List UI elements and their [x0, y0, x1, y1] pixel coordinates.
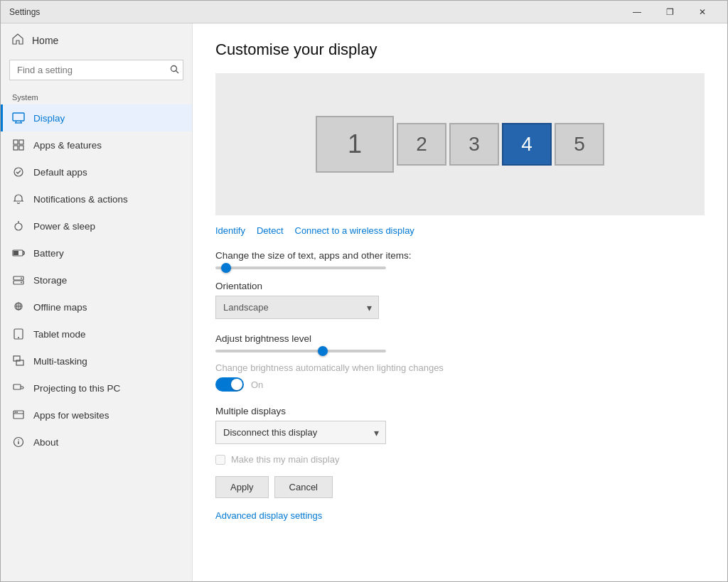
sidebar-item-multitasking-label: Multi-tasking — [33, 356, 87, 367]
auto-brightness-toggle-label: On — [251, 379, 263, 390]
sidebar-item-about-label: About — [33, 437, 58, 448]
about-icon — [12, 436, 25, 448]
minimize-button[interactable]: — — [621, 1, 653, 23]
advanced-display-settings-link[interactable]: Advanced display settings — [215, 510, 322, 521]
monitor-4[interactable]: 4 — [502, 123, 552, 166]
sidebar-item-home[interactable]: Home — [1, 23, 192, 57]
sidebar-item-multitasking[interactable]: Multi-tasking — [1, 347, 192, 374]
titlebar-controls: — ❐ ✕ — [621, 1, 719, 23]
tablet-icon — [12, 328, 25, 340]
notifications-icon — [12, 193, 25, 205]
content-area: Home System — [1, 23, 727, 581]
detect-link[interactable]: Detect — [257, 225, 284, 236]
monitor-5-number: 5 — [574, 133, 585, 156]
window-title: Settings — [9, 7, 40, 17]
settings-window: Settings — ❐ ✕ Home — [0, 0, 728, 582]
orientation-label: Orientation — [215, 281, 705, 291]
storage-icon — [12, 274, 25, 286]
main-display-row: Make this my main display — [215, 454, 705, 465]
power-icon — [12, 220, 25, 232]
sidebar-item-tablet-label: Tablet mode — [33, 329, 86, 340]
sidebar: Home System — [1, 23, 193, 581]
home-label: Home — [32, 35, 58, 46]
sidebar-item-default-apps[interactable]: Default apps — [1, 158, 192, 185]
text-size-slider-track[interactable] — [215, 266, 386, 269]
toggle-row: On — [215, 377, 705, 392]
monitor-2-number: 2 — [416, 133, 427, 156]
brightness-label: Adjust brightness level — [215, 333, 705, 344]
system-section-label: System — [1, 86, 192, 104]
connect-wireless-link[interactable]: Connect to a wireless display — [295, 225, 414, 236]
orientation-section: Orientation Landscape Portrait Landscape… — [215, 281, 705, 319]
auto-brightness-toggle[interactable] — [215, 377, 244, 392]
search-box — [9, 60, 183, 80]
auto-brightness-section: Change brightness automatically when lig… — [215, 362, 705, 392]
sidebar-item-storage[interactable]: Storage — [1, 266, 192, 293]
identify-link[interactable]: Identify — [215, 225, 245, 236]
brightness-section: Adjust brightness level — [215, 333, 705, 352]
sidebar-item-projecting-label: Projecting to this PC — [33, 383, 120, 394]
sidebar-item-battery[interactable]: Battery — [1, 239, 192, 266]
sidebar-item-apps-websites[interactable]: Apps for websites — [1, 402, 192, 429]
sidebar-item-default-apps-label: Default apps — [33, 167, 87, 178]
sidebar-item-notifications[interactable]: Notifications & actions — [1, 185, 192, 212]
display-icon — [12, 112, 25, 124]
monitor-5[interactable]: 5 — [555, 123, 604, 166]
display-links: Identify Detect Connect to a wireless di… — [215, 225, 705, 236]
sidebar-item-apps-features-label: Apps & features — [33, 140, 102, 151]
sidebar-item-battery-label: Battery — [33, 248, 64, 259]
sidebar-item-power-sleep[interactable]: Power & sleep — [1, 212, 192, 239]
sidebar-item-display-label: Display — [33, 113, 65, 124]
sidebar-item-storage-label: Storage — [33, 275, 67, 286]
sidebar-item-apps-features[interactable]: Apps & features — [1, 131, 192, 158]
orientation-select[interactable]: Landscape Portrait Landscape (flipped) P… — [215, 296, 379, 319]
home-icon — [12, 33, 23, 47]
buttons-row: Apply Cancel — [215, 476, 705, 498]
svg-rect-14 — [14, 251, 18, 255]
text-size-slider-thumb[interactable] — [221, 263, 231, 273]
sidebar-item-tablet-mode[interactable]: Tablet mode — [1, 320, 192, 347]
multiple-displays-label: Multiple displays — [215, 406, 705, 416]
sidebar-item-notifications-label: Notifications & actions — [33, 194, 128, 205]
display-preview-area: 1 2 3 4 5 — [215, 73, 705, 215]
monitor-1[interactable]: 1 — [316, 116, 394, 173]
orientation-select-wrapper: Landscape Portrait Landscape (flipped) P… — [215, 296, 379, 319]
multiple-displays-section: Multiple displays Disconnect this displa… — [215, 406, 705, 444]
multitasking-icon — [12, 355, 25, 367]
monitor-3-number: 3 — [469, 133, 480, 156]
monitor-2[interactable]: 2 — [397, 123, 446, 166]
sidebar-item-projecting[interactable]: Projecting to this PC — [1, 374, 192, 402]
svg-point-31 — [15, 411, 16, 413]
sidebar-item-offline-maps-label: Offline maps — [33, 302, 87, 313]
main-content: Customise your display 1 2 3 4 — [193, 23, 727, 581]
monitors-row: 1 2 3 4 5 — [316, 116, 604, 173]
apply-button[interactable]: Apply — [215, 476, 269, 498]
svg-line-1 — [176, 70, 179, 73]
sidebar-item-display[interactable]: Display — [1, 104, 192, 131]
monitor-1-number: 1 — [348, 129, 362, 159]
multiple-displays-select[interactable]: Disconnect this display Duplicate these … — [215, 421, 386, 444]
svg-point-0 — [171, 65, 177, 71]
main-display-checkbox[interactable] — [215, 455, 225, 465]
search-input[interactable] — [9, 60, 183, 80]
sidebar-item-about[interactable]: About — [1, 429, 192, 456]
titlebar: Settings — ❐ ✕ — [1, 1, 727, 23]
text-size-label: Change the size of text, apps and other … — [215, 250, 705, 261]
toggle-knob — [231, 379, 242, 390]
close-button[interactable]: ✕ — [686, 1, 719, 23]
monitor-3[interactable]: 3 — [449, 123, 499, 166]
svg-point-35 — [18, 439, 19, 441]
brightness-slider-track[interactable] — [215, 350, 386, 352]
multiple-displays-dropdown-wrapper: Disconnect this display Duplicate these … — [215, 421, 386, 444]
svg-point-21 — [21, 282, 22, 284]
monitor-4-number: 4 — [521, 133, 532, 156]
battery-icon — [12, 247, 25, 259]
brightness-slider-thumb[interactable] — [318, 346, 328, 356]
cancel-button[interactable]: Cancel — [274, 476, 333, 498]
search-icon-button[interactable] — [170, 65, 179, 76]
sidebar-item-apps-websites-label: Apps for websites — [33, 410, 109, 421]
sidebar-item-power-label: Power & sleep — [33, 221, 95, 232]
sidebar-item-offline-maps[interactable]: Offline maps — [1, 293, 192, 320]
svg-point-11 — [15, 223, 22, 230]
maximize-button[interactable]: ❐ — [653, 1, 686, 23]
